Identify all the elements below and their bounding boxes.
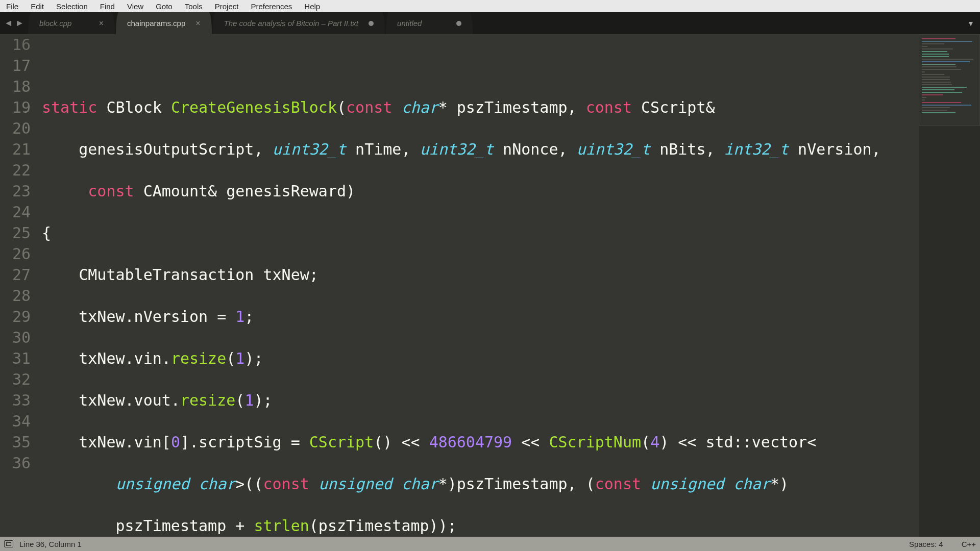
menu-file[interactable]: File bbox=[0, 1, 24, 12]
code-line: static CBlock CreateGenesisBlock(const c… bbox=[42, 97, 915, 118]
line-number: 18 bbox=[0, 76, 31, 97]
line-number: 16 bbox=[0, 34, 31, 55]
line-number: 34 bbox=[0, 411, 31, 432]
code-line: const CAmount& genesisReward) bbox=[42, 181, 915, 202]
tab-history-back-icon[interactable]: ◄ bbox=[4, 18, 13, 29]
code-line: txNew.vout.resize(1); bbox=[42, 390, 915, 411]
line-number: 24 bbox=[0, 202, 31, 222]
status-syntax[interactable]: C++ bbox=[962, 540, 976, 548]
tab-analysis-txt[interactable]: The code analysis of Bitcoin – Part II.t… bbox=[213, 12, 385, 34]
line-number: 32 bbox=[0, 369, 31, 390]
code-line: CMutableTransaction txNew; bbox=[42, 264, 915, 285]
menu-project[interactable]: Project bbox=[209, 1, 245, 12]
close-icon[interactable]: × bbox=[195, 19, 200, 28]
minimap[interactable] bbox=[919, 34, 980, 537]
status-indent[interactable]: Spaces: 4 bbox=[909, 540, 943, 548]
status-bar: Line 36, Column 1 Spaces: 4 C++ bbox=[0, 537, 980, 551]
line-number: 22 bbox=[0, 160, 31, 181]
editor: 16 17 18 19 20 21 22 23 24 25 26 27 28 2… bbox=[0, 34, 980, 537]
line-number: 27 bbox=[0, 264, 31, 285]
menu-bar: File Edit Selection Find View Goto Tools… bbox=[0, 0, 980, 12]
code-area[interactable]: static CBlock CreateGenesisBlock(const c… bbox=[42, 34, 919, 537]
menu-find[interactable]: Find bbox=[94, 1, 121, 12]
tab-block-cpp[interactable]: block.cpp × bbox=[28, 12, 115, 34]
code-line: { bbox=[42, 222, 915, 243]
tab-label: block.cpp bbox=[39, 19, 71, 28]
tab-untitled[interactable]: untitled bbox=[386, 12, 473, 34]
tab-chainparams-cpp[interactable]: chainparams.cpp × bbox=[116, 12, 212, 34]
code-line: txNew.vin[0].scriptSig = CScript() << 48… bbox=[42, 432, 915, 453]
line-number: 26 bbox=[0, 243, 31, 264]
tab-label: The code analysis of Bitcoin – Part II.t… bbox=[224, 19, 358, 28]
dirty-indicator-icon bbox=[456, 21, 461, 26]
menu-view[interactable]: View bbox=[121, 1, 150, 12]
panel-switch-icon[interactable] bbox=[4, 540, 13, 547]
code-line: genesisOutputScript, uint32_t nTime, uin… bbox=[42, 139, 915, 160]
code-line: pszTimestamp + strlen(pszTimestamp)); bbox=[42, 515, 915, 536]
tab-nav: ◄ ► bbox=[0, 12, 28, 34]
line-number: 19 bbox=[0, 97, 31, 118]
menu-goto[interactable]: Goto bbox=[150, 1, 179, 12]
code-line: txNew.vin.resize(1); bbox=[42, 348, 915, 369]
tab-label: untitled bbox=[397, 19, 422, 28]
line-number: 20 bbox=[0, 118, 31, 139]
line-number: 33 bbox=[0, 390, 31, 411]
menu-help[interactable]: Help bbox=[298, 1, 326, 12]
tab-bar: ◄ ► block.cpp × chainparams.cpp × The co… bbox=[0, 12, 980, 34]
line-number: 29 bbox=[0, 306, 31, 327]
line-number: 36 bbox=[0, 453, 31, 473]
line-number: 35 bbox=[0, 432, 31, 453]
line-number-gutter[interactable]: 16 17 18 19 20 21 22 23 24 25 26 27 28 2… bbox=[0, 34, 42, 537]
line-number: 23 bbox=[0, 181, 31, 202]
code-line bbox=[42, 55, 915, 76]
tab-label: chainparams.cpp bbox=[127, 19, 185, 28]
dirty-indicator-icon bbox=[369, 21, 374, 26]
line-number: 21 bbox=[0, 139, 31, 160]
code-line: txNew.nVersion = 1; bbox=[42, 306, 915, 327]
minimap-content bbox=[922, 38, 978, 115]
code-line: unsigned char>((const unsigned char*)psz… bbox=[42, 473, 915, 494]
menu-tools[interactable]: Tools bbox=[179, 1, 209, 12]
tab-history-fwd-icon[interactable]: ► bbox=[15, 18, 24, 29]
line-number: 28 bbox=[0, 285, 31, 306]
close-icon[interactable]: × bbox=[99, 19, 104, 28]
tab-overflow-icon[interactable]: ▼ bbox=[962, 12, 980, 34]
line-number: 17 bbox=[0, 55, 31, 76]
status-cursor-position[interactable]: Line 36, Column 1 bbox=[19, 540, 82, 548]
line-number: 25 bbox=[0, 222, 31, 243]
menu-preferences[interactable]: Preferences bbox=[244, 1, 298, 12]
line-number: 31 bbox=[0, 348, 31, 369]
menu-edit[interactable]: Edit bbox=[24, 1, 50, 12]
menu-selection[interactable]: Selection bbox=[50, 1, 94, 12]
line-number: 30 bbox=[0, 327, 31, 348]
